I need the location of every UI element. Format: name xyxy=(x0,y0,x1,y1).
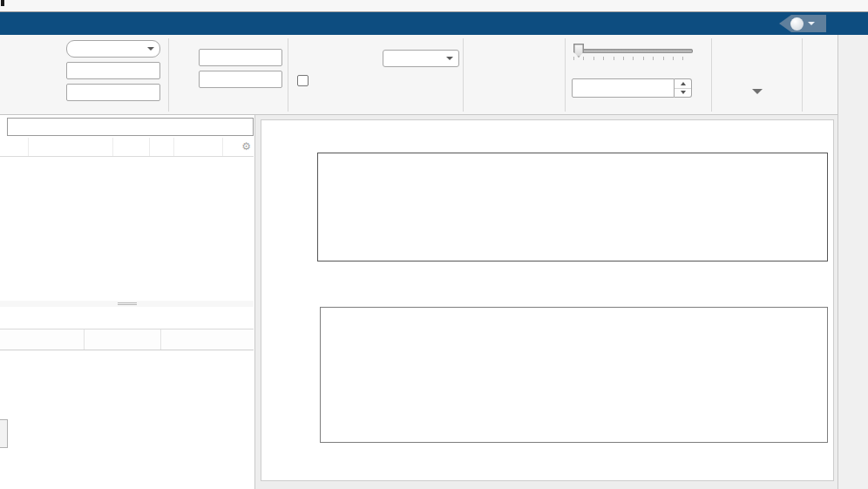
clipped-cursor-artifact xyxy=(1,0,4,6)
ribbon-tabs xyxy=(31,12,868,35)
wsb-column-name[interactable] xyxy=(0,329,85,350)
workspace-side-tab[interactable] xyxy=(837,35,868,489)
column-header-name[interactable] xyxy=(29,138,113,156)
browser-top-strip xyxy=(0,0,868,12)
section-resolution-type xyxy=(465,35,565,115)
spin-down-button[interactable] xyxy=(675,89,691,98)
table-settings-gear-icon[interactable]: ⚙ xyxy=(241,141,251,152)
filter-signals-input[interactable] xyxy=(7,118,254,136)
leakage-slider-thumb[interactable] xyxy=(573,44,584,58)
spectrum-plot-canvas[interactable] xyxy=(321,308,827,442)
column-header-line[interactable] xyxy=(113,138,150,156)
signal-analyzer-app: { "page": { "prev_next": "« Previous | N… xyxy=(0,0,868,489)
section-y-axes-limits xyxy=(171,35,286,115)
ribbon-tab-bar xyxy=(0,12,868,35)
y-min-input[interactable] xyxy=(199,49,282,66)
gallery-caret-icon xyxy=(752,89,763,94)
frequency-scale-dropdown[interactable] xyxy=(383,50,459,67)
section-scale xyxy=(288,35,463,115)
collapsed-panel-tab[interactable] xyxy=(0,419,8,448)
spin-up-button[interactable] xyxy=(675,79,691,89)
freq-max-input[interactable] xyxy=(66,84,160,101)
spectrum-plot[interactable] xyxy=(320,307,828,443)
caret-up-icon xyxy=(681,82,686,85)
display-area xyxy=(261,119,834,481)
column-header-info[interactable] xyxy=(150,138,174,156)
spectrum-toolstrip xyxy=(0,35,837,115)
help-icon[interactable] xyxy=(790,17,804,31)
section-frequency-limits xyxy=(31,35,167,115)
workspace-browser-title xyxy=(0,307,254,329)
caret-down-icon xyxy=(446,57,453,60)
y-max-input[interactable] xyxy=(199,71,282,88)
signal-panel: ⚙ xyxy=(0,115,255,489)
wsb-column-size[interactable] xyxy=(85,329,161,350)
leakage-value-input[interactable] xyxy=(572,78,675,98)
wsb-column-class[interactable] xyxy=(161,329,254,350)
panel-splitter[interactable] xyxy=(0,301,254,307)
leakage-slider[interactable] xyxy=(573,49,693,53)
time-plot-canvas[interactable] xyxy=(318,153,827,261)
caret-down-icon xyxy=(681,91,686,94)
column-header-time[interactable] xyxy=(174,138,223,156)
signal-table-header: ⚙ xyxy=(0,138,254,157)
leakage-spinner xyxy=(675,78,692,98)
workspace-browser-header xyxy=(0,329,254,350)
leakage-slider-ticks xyxy=(573,57,693,60)
splitter-grip-icon xyxy=(118,302,137,305)
time-plot[interactable] xyxy=(317,153,828,261)
units-dropdown[interactable] xyxy=(66,40,160,58)
frequency-resolution-button[interactable] xyxy=(713,35,802,115)
section-leakage xyxy=(566,35,711,115)
help-caret-icon[interactable] xyxy=(808,22,815,25)
caret-down-icon xyxy=(147,47,154,51)
spectrum-in-db-checkbox[interactable] xyxy=(297,75,309,86)
freq-min-input[interactable] xyxy=(66,62,160,79)
